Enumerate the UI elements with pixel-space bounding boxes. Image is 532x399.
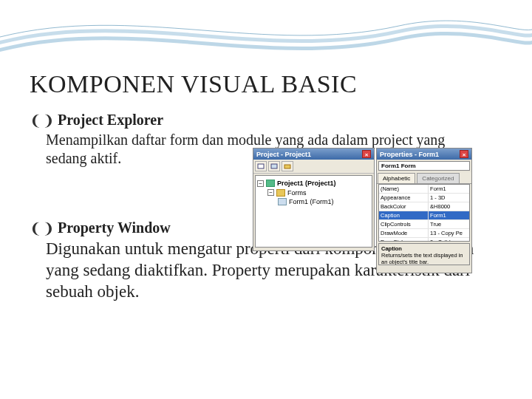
property-window-titlebar: Properties - Form1 ×: [377, 149, 471, 160]
help-key: Caption: [381, 245, 467, 252]
project-explorer-panel: Project - Project1 × − Project1 (Project…: [253, 148, 375, 251]
property-row[interactable]: ClipControlsTrue: [379, 220, 469, 229]
property-name: (Name): [379, 185, 429, 193]
property-value[interactable]: Form1: [429, 211, 469, 219]
property-row[interactable]: (Name)Form1: [379, 185, 469, 194]
wave-decoration: [0, 0, 532, 66]
property-name: DrawMode: [379, 229, 429, 237]
property-value[interactable]: 0 - Solid: [429, 238, 469, 242]
project-explorer-titlebar: Project - Project1 ×: [253, 149, 374, 160]
titlebar-text: Project - Project1: [256, 151, 311, 158]
tree-folder[interactable]: − Forms: [257, 188, 370, 198]
collapse-icon[interactable]: −: [257, 180, 264, 187]
property-row[interactable]: DrawStyle0 - Solid: [379, 238, 469, 242]
tab-alphabetic[interactable]: Alphabetic: [378, 173, 415, 183]
tree-folder-label: Forms: [287, 188, 307, 198]
vb-screenshot-group: Project - Project1 × − Project1 (Project…: [253, 148, 472, 273]
property-value[interactable]: 1 - 3D: [429, 194, 469, 202]
svg-rect-0: [258, 164, 264, 168]
property-window-panel: Properties - Form1 × Form1 Form Alphabet…: [376, 148, 472, 273]
property-row[interactable]: CaptionForm1: [379, 211, 469, 220]
slide-title: KOMPONEN VISUAL BASIC: [30, 70, 502, 98]
svg-rect-1: [271, 164, 277, 168]
collapse-icon[interactable]: −: [267, 189, 274, 196]
help-text: Returns/sets the text displayed in an ob…: [381, 252, 467, 265]
bullet-icon: ❨❩: [30, 219, 55, 237]
heading-property-window: Property Window: [58, 219, 171, 236]
property-name: ClipControls: [379, 220, 429, 228]
property-value[interactable]: True: [429, 220, 469, 228]
bullet-project-explorer: ❨❩ Project Explorer: [30, 112, 502, 129]
property-name: BackColor: [379, 202, 429, 211]
tab-categorized[interactable]: Categorized: [417, 173, 459, 183]
close-icon[interactable]: ×: [460, 150, 468, 158]
toggle-folders-icon[interactable]: [282, 161, 293, 171]
svg-rect-2: [284, 165, 290, 168]
heading-project-explorer: Project Explorer: [58, 112, 163, 129]
folder-icon: [276, 189, 285, 197]
property-name: Appearance: [379, 194, 429, 202]
tree-form[interactable]: Form1 (Form1): [257, 197, 370, 207]
property-value[interactable]: &H8000: [429, 202, 469, 211]
property-value[interactable]: 13 - Copy Pe: [429, 229, 469, 237]
form-icon: [278, 198, 287, 205]
object-selector[interactable]: Form1 Form: [378, 161, 470, 171]
bullet-icon: ❨❩: [30, 112, 55, 129]
property-grid[interactable]: (Name)Form1Appearance1 - 3DBackColor&H80…: [378, 184, 470, 242]
view-code-icon[interactable]: [255, 161, 267, 171]
property-row[interactable]: Appearance1 - 3D: [379, 194, 469, 202]
view-object-icon[interactable]: [268, 161, 280, 171]
property-value[interactable]: Form1: [429, 185, 469, 193]
project-icon: [266, 180, 275, 187]
property-name: Caption: [379, 211, 429, 219]
tree-root-label: Project1 (Project1): [277, 179, 336, 188]
property-name: DrawStyle: [379, 238, 429, 242]
property-row[interactable]: DrawMode13 - Copy Pe: [379, 229, 469, 238]
tree-form-label: Form1 (Form1): [289, 197, 334, 207]
close-icon[interactable]: ×: [362, 150, 371, 158]
property-tabs: Alphabetic Categorized: [377, 172, 471, 184]
tree-root[interactable]: − Project1 (Project1): [257, 179, 370, 188]
project-explorer-toolbar: [253, 160, 374, 174]
project-tree: − Project1 (Project1) − Forms Form1 (For…: [255, 175, 372, 248]
property-help: Caption Returns/sets the text displayed …: [378, 243, 470, 265]
property-row[interactable]: BackColor&H8000: [379, 202, 469, 211]
titlebar-text: Properties - Form1: [380, 151, 439, 158]
